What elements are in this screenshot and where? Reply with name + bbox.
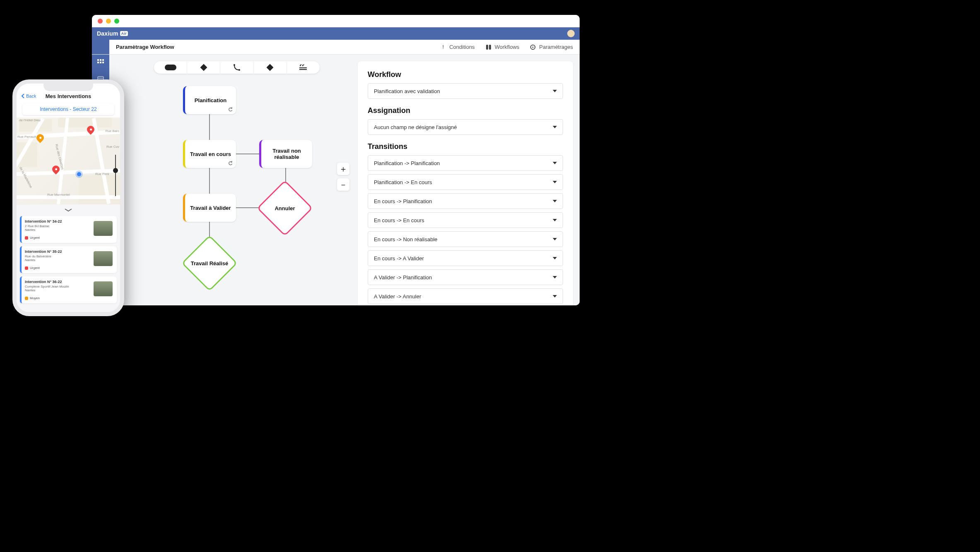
- card-thumbnail: [94, 221, 113, 236]
- street-label: Rue Perrault: [17, 135, 36, 139]
- close-window-button[interactable]: [98, 19, 103, 24]
- node-travail-a-valider[interactable]: Travail à Valider: [183, 194, 236, 222]
- drag-handle-icon[interactable]: [65, 206, 72, 214]
- node-annuler[interactable]: Annuler: [265, 188, 305, 228]
- chevron-down-icon: [553, 200, 557, 202]
- transition-row[interactable]: A Valider -> Planification: [368, 269, 563, 285]
- brand-suffix: Air: [120, 31, 128, 36]
- transition-label: En cours -> A Valider: [374, 255, 424, 262]
- zoom-slider-knob[interactable]: [113, 168, 118, 173]
- card-address: Rue du Belvédère: [25, 254, 89, 258]
- node-travail-non-realisable[interactable]: Travail non réalisable: [259, 140, 312, 168]
- nav-conditions[interactable]: ! Conditions: [440, 44, 474, 50]
- transition-label: A Valider -> Planification: [374, 274, 432, 281]
- shape-rectangle-button[interactable]: [154, 61, 187, 74]
- app-toolbar: Paramètrage Workflow ! Conditions Workfl…: [92, 40, 580, 55]
- card-priority: Urgent: [25, 236, 89, 240]
- avatar[interactable]: [567, 30, 575, 37]
- properties-panel: Workflow Planification avec validation A…: [358, 61, 573, 305]
- node-travail-realise[interactable]: Travail Réalisé: [190, 243, 229, 283]
- card-priority: Urgent: [25, 266, 89, 270]
- map[interactable]: de l'Hôtel Dieu Rue Perrault Rue des Oli…: [17, 118, 120, 204]
- svg-rect-8: [100, 62, 101, 63]
- node-planification[interactable]: Planification: [183, 86, 236, 114]
- filter-pill-label: Interventions - Secteur 22: [40, 106, 96, 112]
- card-priority: Moyen: [25, 296, 89, 300]
- transition-label: A Valider -> Annuler: [374, 293, 421, 300]
- workflow-select[interactable]: Planification avec validation: [368, 83, 563, 99]
- card-title: Intervention N° 36-22: [25, 280, 89, 284]
- zoom-in-button[interactable]: ＋: [337, 163, 349, 175]
- zoom-slider-track[interactable]: [115, 155, 116, 196]
- assignation-select[interactable]: Aucun champ ne désigne l'assigné: [368, 119, 563, 135]
- transition-row[interactable]: En cours -> A Valider: [368, 250, 563, 266]
- gear-icon: [530, 44, 536, 50]
- phone-title: Mes Interventions: [17, 93, 120, 99]
- transition-row[interactable]: En cours -> Planification: [368, 193, 563, 209]
- columns-icon: [486, 44, 491, 50]
- maximize-window-button[interactable]: [114, 19, 119, 24]
- assignation-select-value: Aucun champ ne désigne l'assigné: [374, 124, 457, 130]
- transition-row[interactable]: En cours -> En cours: [368, 212, 563, 228]
- svg-rect-9: [102, 62, 104, 63]
- priority-dot-icon: [25, 266, 28, 270]
- card-city: Nantes: [25, 288, 89, 292]
- intervention-card[interactable]: Intervention N° 34-222 Rue Bd BalzacNant…: [20, 216, 117, 243]
- intervention-card[interactable]: Intervention N° 36-22Complexe Sportif Je…: [20, 276, 117, 303]
- phone-mockup: Back Mes Interventions Interventions - S…: [12, 79, 124, 316]
- bottom-sheet: Intervention N° 34-222 Rue Bd BalzacNant…: [17, 204, 120, 312]
- svg-rect-6: [102, 59, 104, 61]
- page-title: Paramètrage Workflow: [116, 44, 174, 50]
- svg-rect-0: [486, 45, 488, 50]
- card-title: Intervention N° 35-22: [25, 250, 89, 254]
- transition-row[interactable]: Planification -> En cours: [368, 174, 563, 190]
- chevron-down-icon: [553, 90, 557, 92]
- priority-dot-icon: [25, 297, 28, 300]
- filter-pill[interactable]: Interventions - Secteur 22: [22, 103, 114, 115]
- node-label: Travail en cours: [190, 151, 231, 157]
- transition-row[interactable]: Planification -> Planification: [368, 155, 563, 171]
- chevron-down-icon: [553, 257, 557, 259]
- canvas-area: Planification Travail en cours Travail n…: [109, 55, 580, 305]
- nav-conditions-label: Conditions: [449, 44, 474, 50]
- app-titlebar: Daxium Air: [92, 27, 580, 40]
- card-title: Intervention N° 34-22: [25, 219, 89, 223]
- phone-header: Back Mes Interventions: [17, 84, 120, 101]
- transition-label: Planification -> En cours: [374, 179, 432, 185]
- chevron-down-icon: [553, 219, 557, 221]
- transition-row[interactable]: En cours -> Non réalisable: [368, 231, 563, 247]
- shape-connector-button[interactable]: [220, 61, 253, 74]
- minimize-window-button[interactable]: [106, 19, 111, 24]
- zoom-controls: ＋ －: [337, 163, 349, 191]
- diagram-canvas[interactable]: Planification Travail en cours Travail n…: [116, 61, 350, 299]
- shape-list-button[interactable]: [287, 61, 320, 74]
- shape-diamond2-button[interactable]: [254, 61, 287, 74]
- transition-row[interactable]: A Valider -> Annuler: [368, 288, 563, 304]
- workflow-heading: Workflow: [368, 70, 563, 79]
- workflow-select-value: Planification avec validation: [374, 88, 440, 94]
- chevron-down-icon: [553, 238, 557, 240]
- street-label: Rue Pere: [95, 172, 109, 176]
- street-label: de la Madeleine: [19, 166, 33, 188]
- zoom-out-button[interactable]: －: [337, 178, 349, 191]
- nav-parametrages[interactable]: Paramétrages: [530, 44, 573, 50]
- brand-name: Daxium: [97, 30, 118, 37]
- street-label: Rue Marmontel: [47, 193, 70, 197]
- chevron-down-icon: [553, 295, 557, 298]
- svg-rect-5: [100, 59, 101, 61]
- transition-label: En cours -> Non réalisable: [374, 236, 438, 242]
- svg-point-13: [238, 69, 240, 71]
- node-label: Travail non réalisable: [266, 148, 307, 160]
- shape-diamond-button[interactable]: [187, 61, 220, 74]
- street-label: Rue Barc: [106, 129, 119, 133]
- intervention-card[interactable]: Intervention N° 35-22Rue du BelvédèreNan…: [20, 246, 117, 273]
- chevron-down-icon: [553, 181, 557, 183]
- card-address: Complexe Sportif Jean Moulin: [25, 285, 89, 288]
- node-travail-en-cours[interactable]: Travail en cours: [183, 140, 236, 168]
- cycle-icon: [228, 107, 233, 112]
- sidebar-grid-icon[interactable]: [97, 59, 104, 66]
- desktop-window: Daxium Air Paramètrage Workflow ! Condit…: [92, 15, 580, 305]
- nav-workflows[interactable]: Workflows: [486, 44, 520, 50]
- card-thumbnail: [94, 251, 113, 266]
- chevron-down-icon: [553, 126, 557, 128]
